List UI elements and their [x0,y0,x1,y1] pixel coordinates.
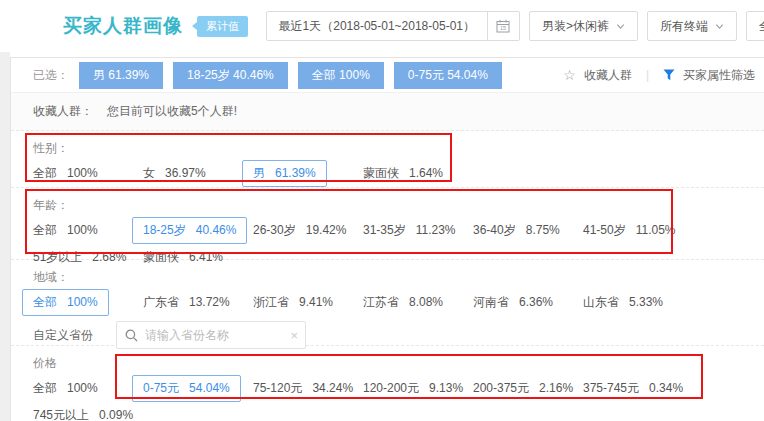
selected-filter-tag[interactable]: 男 61.39% [79,62,163,89]
option-text[interactable]: 蒙面侠1.64% [363,165,443,182]
option[interactable]: 蒙面侠6.41% [143,249,253,266]
option-text[interactable]: 女36.97% [143,165,206,182]
selected-filters-bar: 已选： 男 61.39%18-25岁 40.46%全部 100%0-75元 54… [11,58,764,93]
date-range-picker[interactable]: 最近1天（2018-05-01~2018-05-01） 15 [266,11,520,41]
option-row: 全部100%女36.97%男61.39%蒙面侠1.64% [33,165,764,182]
option-selected[interactable]: 0-75元54.04% [143,380,253,397]
option-value: 8.75% [526,223,560,237]
option-value: 5.33% [629,295,663,309]
option-text[interactable]: 41-50岁11.05% [583,222,676,239]
option[interactable]: 全部100% [33,222,143,239]
option-text[interactable]: 200-375元2.16% [473,380,573,397]
option-text[interactable]: 全部100% [33,222,98,239]
calendar-button[interactable]: 15 [487,12,519,40]
option-value: 100% [67,381,98,395]
option-name: 31-35岁 [363,223,406,237]
chevron-down-icon [616,22,625,31]
selected-filter-tag[interactable]: 18-25岁 40.46% [173,62,288,89]
option[interactable]: 36-40岁8.75% [473,222,583,239]
option-name: 全部 [33,295,57,309]
calendar-icon: 15 [496,19,510,33]
option-selected[interactable]: 全部100% [33,294,143,311]
option-value: 13.72% [189,295,230,309]
option-name: 18-25岁 [143,223,186,237]
option-text[interactable]: 山东省5.33% [583,294,663,311]
option-name: 蒙面侠 [143,250,179,264]
option-text[interactable]: 河南省6.36% [473,294,553,311]
selected-filter-tag[interactable]: 全部 100% [298,62,384,89]
option-text[interactable]: 18-25岁40.46% [132,217,247,244]
option[interactable]: 女36.97% [143,165,253,182]
section-label-age: 年龄： [33,197,764,214]
option-name: 36-40岁 [473,223,516,237]
option-text[interactable]: 男61.39% [242,160,327,187]
option-text[interactable]: 全部100% [22,289,109,316]
option[interactable]: 浙江省9.41% [253,294,363,311]
buyer-persona-page: 买家人群画像 累计值 最近1天（2018-05-01~2018-05-01） 1… [0,0,764,421]
province-search-box[interactable]: × [116,321,306,349]
option-name: 男 [253,166,265,180]
option-text[interactable]: 蒙面侠6.41% [143,249,223,266]
option-text[interactable]: 全部100% [33,380,98,397]
option[interactable]: 120-200元9.13% [363,380,473,397]
selected-tags: 男 61.39%18-25岁 40.46%全部 100%0-75元 54.04% [79,62,563,89]
option-text[interactable]: 36-40岁8.75% [473,222,560,239]
option-text[interactable]: 0-75元54.04% [132,375,241,402]
option-text[interactable]: 全部100% [33,165,98,182]
option[interactable]: 江苏省8.08% [363,294,473,311]
actions-divider: | [646,68,649,82]
option[interactable]: 蒙面侠1.64% [363,165,473,182]
option-name: 51岁以上 [33,250,82,264]
clear-input-icon[interactable]: × [290,328,298,343]
favorite-groups-label: 收藏人群： [33,103,93,120]
option[interactable]: 75-120元34.24% [253,380,363,397]
badge-arrow-icon [192,22,197,30]
category-select[interactable]: 男装>休闲裤 [529,11,638,41]
selected-filter-tag[interactable]: 0-75元 54.04% [394,62,502,89]
option[interactable]: 375-745元0.34% [583,380,693,397]
option-value: 2.68% [92,250,126,264]
option-name: 745元以上 [33,408,89,421]
option-text[interactable]: 26-30岁19.42% [253,222,346,239]
option-text[interactable]: 51岁以上2.68% [33,249,126,266]
buyer-attribute-filter-link[interactable]: 买家属性筛选 [683,67,755,84]
option-value: 100% [67,295,98,309]
option-text[interactable]: 广东省13.72% [143,294,230,311]
option-value: 34.24% [312,381,353,395]
option[interactable]: 745元以上0.09% [33,407,143,421]
option[interactable]: 全部100% [33,165,143,182]
option[interactable]: 26-30岁19.42% [253,222,363,239]
option[interactable]: 200-375元2.16% [473,380,583,397]
option-text[interactable]: 120-200元9.13% [363,380,463,397]
option-text[interactable]: 745元以上0.09% [33,407,133,421]
section-gender: 性别：全部100%女36.97%男61.39%蒙面侠1.64% [11,131,764,188]
option[interactable]: 51岁以上2.68% [33,249,143,266]
option-text[interactable]: 31-35岁11.23% [363,222,456,239]
terminal-select[interactable]: 所有终端 [647,11,737,41]
favorite-groups-row: 收藏人群： 您目前可以收藏5个人群! [11,93,764,131]
option-text[interactable]: 浙江省9.41% [253,294,333,311]
option-text[interactable]: 375-745元0.34% [583,380,683,397]
option[interactable]: 广东省13.72% [143,294,253,311]
option[interactable]: 河南省6.36% [473,294,583,311]
option[interactable]: 41-50岁11.05% [583,222,693,239]
option-text[interactable]: 江苏省8.08% [363,294,443,311]
option[interactable]: 31-35岁11.23% [363,222,473,239]
option-selected[interactable]: 18-25岁40.46% [143,222,253,239]
option-row: 全部100%0-75元54.04%75-120元34.24%120-200元9.… [33,380,764,397]
province-search-input[interactable] [145,328,283,342]
option-selected[interactable]: 男61.39% [253,165,363,182]
date-range-text[interactable]: 最近1天（2018-05-01~2018-05-01） [267,18,487,35]
option-name: 河南省 [473,295,509,309]
option-value: 54.04% [189,381,230,395]
cumulative-value-badge: 累计值 [197,16,248,37]
option-text[interactable]: 75-120元34.24% [253,380,353,397]
favorite-group-link[interactable]: 收藏人群 [584,67,632,84]
selected-label: 已选： [33,67,69,84]
clipped-select[interactable]: 全 [746,11,764,41]
option[interactable]: 全部100% [33,380,143,397]
option-value: 0.09% [99,408,133,421]
option-value: 1.64% [409,166,443,180]
option-value: 6.41% [189,250,223,264]
option[interactable]: 山东省5.33% [583,294,693,311]
